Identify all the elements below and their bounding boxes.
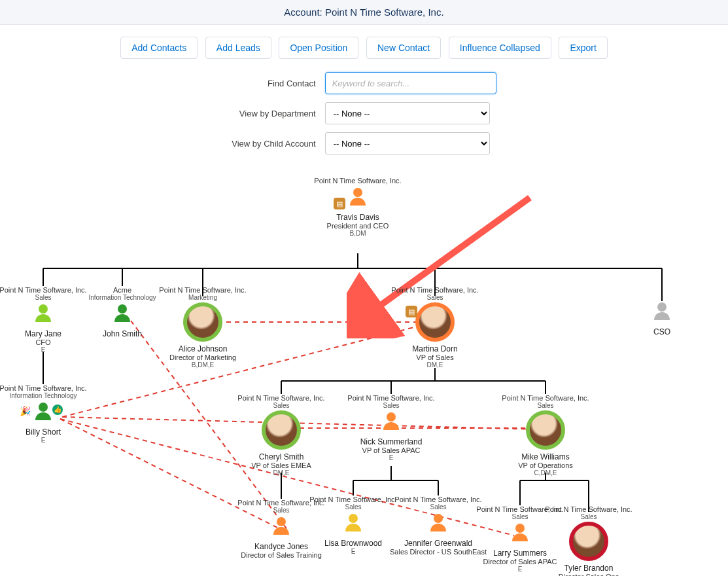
- node-title: Director Sales Ops: [540, 573, 638, 576]
- node-name: Cheryl Smith: [232, 452, 330, 461]
- node-mike-williams[interactable]: Point N Time Software, Inc. Sales Mike W…: [496, 394, 595, 477]
- person-icon: [651, 300, 672, 321]
- node-title: CFO: [0, 338, 92, 346]
- node-company: Point N Time Software, Inc.: [389, 495, 487, 503]
- node-lisa-brownwood[interactable]: Point N Time Software, Inc. Sales Lisa B…: [304, 495, 402, 555]
- node-dept: Sales: [232, 402, 330, 409]
- node-cso[interactable]: CSO: [613, 299, 711, 336]
- node-martina-dorn[interactable]: Point N Time Software, Inc. Sales ▤ Mart…: [386, 286, 484, 369]
- node-name: Nick Summerland: [342, 437, 440, 446]
- node-name: Tyler Brandon: [540, 564, 638, 573]
- person-icon: [271, 515, 292, 536]
- node-tags: B,DM: [309, 230, 407, 237]
- node-name: Travis Davis: [309, 213, 407, 222]
- node-company: Point N Time Software, Inc.: [496, 394, 595, 402]
- confetti-icon: 🎉: [20, 406, 31, 416]
- find-contact-label: Find Contact: [232, 68, 324, 98]
- view-by-department-label: View by Department: [232, 98, 324, 128]
- node-title: Director of Marketing: [154, 353, 252, 361]
- open-position-button[interactable]: Open Position: [279, 37, 358, 59]
- node-tags: DM,E: [232, 469, 330, 477]
- node-billy-short[interactable]: Point N Time Software, Inc. Information …: [0, 384, 92, 444]
- node-company: Point N Time Software, Inc.: [154, 286, 252, 294]
- node-tags: DM,E: [386, 361, 484, 369]
- clipboard-icon: ▤: [406, 306, 417, 317]
- node-alice-johnson[interactable]: Point N Time Software, Inc. Marketing Al…: [154, 286, 252, 369]
- view-by-child-account-label: View by Child Account: [232, 128, 324, 158]
- node-company: Point N Time Software, Inc.: [309, 177, 407, 185]
- node-dept: Sales: [342, 402, 440, 409]
- avatar: [183, 302, 222, 342]
- node-tyler-brandon[interactable]: Point N Time Software, Inc. Sales Tyler …: [540, 505, 638, 576]
- node-name: Billy Short: [0, 427, 92, 437]
- node-name: CSO: [613, 327, 711, 336]
- avatar: [262, 410, 301, 450]
- person-icon: [33, 401, 54, 422]
- toolbar: Add Contacts Add Leads Open Position New…: [0, 25, 728, 64]
- node-name: Alice Johnson: [154, 344, 252, 353]
- node-name: Mike Williams: [496, 452, 595, 461]
- node-title: VP of Sales: [386, 353, 484, 361]
- new-contact-button[interactable]: New Contact: [366, 37, 441, 59]
- node-dept: Marketing: [154, 294, 252, 301]
- person-icon: [33, 302, 54, 323]
- node-company: Point N Time Software, Inc.: [0, 384, 92, 392]
- page-header: Account: Point N Time Software, Inc.: [0, 0, 728, 25]
- person-icon: [381, 410, 402, 431]
- node-dept: Sales: [496, 402, 595, 409]
- node-nick-summerland[interactable]: Point N Time Software, Inc. Sales Nick S…: [342, 394, 440, 461]
- avatar: [415, 302, 455, 342]
- person-icon: [510, 522, 530, 543]
- node-dept: Sales: [304, 503, 402, 511]
- person-icon: [343, 512, 364, 533]
- org-chart: Point N Time Software, Inc. ▤ Travis Dav…: [0, 158, 728, 576]
- avatar: [526, 410, 565, 450]
- view-by-child-account-select[interactable]: -- None --: [325, 132, 490, 154]
- node-title: VP of Operations: [496, 461, 595, 469]
- node-dept: Sales: [540, 513, 638, 520]
- node-tags: E: [0, 437, 92, 444]
- node-company: Point N Time Software, Inc.: [342, 394, 440, 402]
- find-contact-input[interactable]: [325, 72, 496, 94]
- clipboard-icon: ▤: [334, 198, 345, 209]
- add-contacts-button[interactable]: Add Contacts: [120, 37, 198, 59]
- add-leads-button[interactable]: Add Leads: [205, 37, 271, 59]
- page-title: Account: Point N Time Software, Inc.: [284, 7, 443, 18]
- filters: Find Contact View by Department -- None …: [232, 68, 496, 158]
- node-title: VP of Sales APAC: [342, 446, 440, 454]
- person-icon: [347, 186, 368, 207]
- node-tags: E: [342, 454, 440, 461]
- person-icon: [112, 302, 133, 323]
- node-name: Lisa Brownwood: [304, 539, 402, 548]
- export-button[interactable]: Export: [559, 37, 607, 59]
- node-cheryl-smith[interactable]: Point N Time Software, Inc. Sales Cheryl…: [232, 394, 330, 477]
- node-tags: E: [304, 548, 402, 555]
- node-dept: Sales: [386, 294, 484, 301]
- node-tags: B,DM,E: [154, 361, 252, 369]
- node-dept: Information Technology: [0, 392, 92, 399]
- thumbs-up-icon: 👍: [52, 405, 63, 415]
- influence-collapsed-button[interactable]: Influence Collapsed: [449, 37, 551, 59]
- node-company: Point N Time Software, Inc.: [540, 505, 638, 513]
- node-company: Point N Time Software, Inc.: [304, 495, 402, 503]
- person-icon: [428, 512, 449, 533]
- node-travis-davis[interactable]: Point N Time Software, Inc. ▤ Travis Dav…: [309, 177, 407, 237]
- node-title: VP of Sales EMEA: [232, 461, 330, 469]
- avatar: [569, 522, 608, 561]
- node-tags: C,DM,E: [496, 469, 595, 477]
- node-title: President and CEO: [309, 222, 407, 230]
- node-name: Martina Dorn: [386, 344, 484, 353]
- node-company: Point N Time Software, Inc.: [386, 286, 484, 294]
- node-tags: E: [0, 346, 92, 353]
- view-by-department-select[interactable]: -- None --: [325, 102, 490, 124]
- node-company: Point N Time Software, Inc.: [232, 394, 330, 402]
